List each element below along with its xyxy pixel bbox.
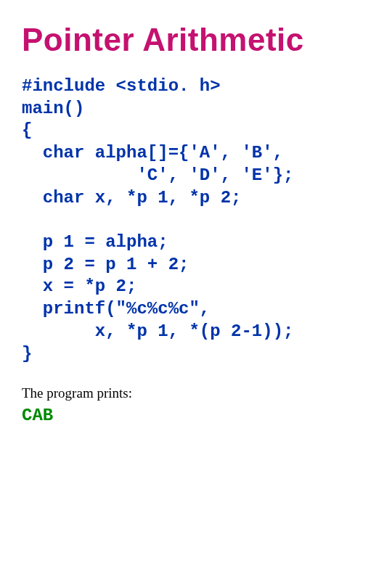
- code-block: #include <stdio. h> main() { char alpha[…: [22, 75, 370, 365]
- caption-text: The program prints:: [22, 385, 370, 401]
- slide: Pointer Arithmetic #include <stdio. h> m…: [0, 0, 392, 440]
- program-output: CAB: [22, 406, 370, 425]
- slide-title: Pointer Arithmetic: [22, 22, 370, 58]
